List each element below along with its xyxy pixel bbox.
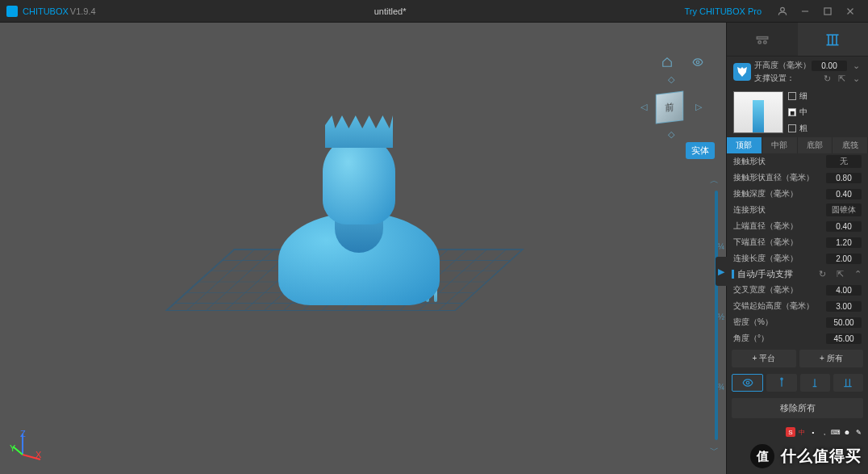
param-input[interactable]: 0.40 (826, 189, 862, 199)
try-pro-link[interactable]: Try CHITUBOX Pro (684, 6, 762, 16)
3d-viewport[interactable]: ◇ ◁ ▷ ◇ 前 实体 ︿ ¼ ½ ¾ ﹀ Z X Y (0, 23, 726, 474)
edit-support-tool-button[interactable] (833, 374, 863, 392)
param-input[interactable]: 3.00 (826, 301, 862, 312)
brand-text: 什么值得买 (781, 446, 862, 467)
support-settings-label: 支撑设置： (754, 73, 818, 84)
param-input[interactable]: 45.00 (826, 333, 862, 344)
param-row: 上端直径（毫米）0.40 (727, 218, 868, 234)
param-select[interactable]: 无 (826, 155, 862, 168)
auto-param-row: 交错起始高度（毫米）3.00 (727, 298, 868, 314)
svg-point-17 (781, 378, 782, 380)
panel-collapse-button[interactable]: ▶ (716, 257, 727, 286)
param-row: 接触深度（毫米）0.40 (727, 186, 868, 202)
visibility-toggle-button[interactable] (732, 374, 763, 392)
home-view-icon[interactable] (661, 57, 673, 69)
axis-x-label: X (35, 450, 41, 459)
z-lift-input[interactable]: 0.00 (812, 61, 847, 71)
profile-icon (733, 63, 751, 81)
param-label: 角度（°） (733, 333, 826, 344)
param-label: 交叉宽度（毫米） (733, 284, 826, 296)
tab-raft[interactable]: 底筏 (833, 137, 868, 153)
titlebar: CHITUBOX V1.9.4 untitled* Try CHITUBOX P… (0, 0, 868, 23)
preset-medium-radio[interactable]: ■中 (788, 107, 862, 118)
rotate-up-icon[interactable]: ◇ (668, 74, 674, 85)
param-input[interactable]: 4.00 (826, 285, 862, 296)
svg-point-0 (781, 7, 785, 11)
3d-model[interactable] (278, 99, 440, 305)
support-preview (733, 91, 783, 133)
svg-rect-9 (757, 36, 767, 39)
svg-point-15 (746, 381, 749, 384)
svg-point-10 (758, 40, 761, 43)
preset-thick-radio[interactable]: 粗 (788, 123, 862, 134)
refresh-icon[interactable]: ↻ (816, 269, 828, 280)
chevron-down-icon[interactable]: ⌄ (850, 60, 862, 71)
close-button[interactable] (839, 0, 862, 23)
add-all-supports-button[interactable]: + 所有 (799, 350, 864, 367)
param-input[interactable]: 0.80 (826, 173, 862, 183)
chevron-down-icon[interactable]: ⌄ (850, 73, 862, 84)
chevron-down-icon[interactable]: ﹀ (710, 444, 719, 456)
clip-mark-2: ½ (718, 313, 724, 321)
svg-point-5 (696, 61, 699, 64)
add-platform-supports-button[interactable]: + 平台 (732, 350, 796, 367)
tab-top[interactable]: 顶部 (727, 137, 762, 153)
app-version: V1.9.4 (70, 6, 96, 16)
tab-supports[interactable] (798, 23, 869, 56)
maximize-button[interactable] (816, 0, 839, 23)
param-label: 下端直径（毫米） (733, 237, 826, 248)
export-icon[interactable]: ⇱ (834, 269, 845, 280)
svg-rect-2 (824, 7, 831, 14)
param-input[interactable]: 1.20 (826, 237, 862, 248)
param-row: 连接形状圆锥体 (727, 202, 868, 218)
param-row: 下端直径（毫米）1.20 (727, 234, 868, 250)
minimize-button[interactable] (794, 0, 816, 23)
watermark: 值 什么值得买 (750, 438, 868, 474)
param-input[interactable]: 50.00 (826, 317, 862, 328)
export-icon[interactable]: ⇱ (836, 73, 847, 84)
axis-y-label: Y (10, 443, 15, 453)
param-input[interactable]: 2.00 (826, 254, 862, 264)
auto-param-row: 密度（%）50.00 (727, 314, 868, 330)
account-icon[interactable] (771, 0, 794, 23)
svg-point-11 (763, 40, 766, 43)
param-label: 连接长度（毫米） (733, 253, 826, 264)
preset-thin-radio[interactable]: 细 (788, 90, 862, 102)
tab-middle[interactable]: 中部 (762, 137, 798, 153)
add-support-tool-button[interactable] (766, 374, 796, 392)
rotate-down-icon[interactable]: ◇ (668, 129, 674, 140)
auto-param-row: 角度（°）45.00 (727, 330, 868, 346)
rotate-left-icon[interactable]: ◁ (641, 102, 647, 112)
remove-support-tool-button[interactable] (800, 374, 830, 392)
axis-z-label: Z (20, 429, 26, 438)
rotate-right-icon[interactable]: ▷ (695, 102, 702, 112)
ime-indicator: S 中 •,⌨☻✎ (786, 427, 863, 437)
auto-support-label: 自动/手动支撑 (737, 268, 810, 280)
document-title: untitled* (96, 6, 685, 16)
param-label: 接触形状 (733, 156, 826, 167)
view-cube[interactable]: 前 (656, 91, 683, 124)
clip-slider[interactable]: ︿ ¼ ½ ¾ ﹀ (705, 174, 726, 456)
param-label: 密度（%） (733, 317, 826, 328)
chevron-up-icon[interactable]: ⌃ (852, 269, 863, 280)
tab-settings[interactable] (727, 23, 798, 56)
brand-badge-icon: 值 (750, 444, 774, 468)
support-settings-panel: ▶ 开高度（毫米） 0.00 ⌄ (726, 23, 868, 474)
auto-param-row: 交叉宽度（毫米）4.00 (727, 282, 868, 298)
clip-mark-3: ¾ (718, 383, 724, 392)
param-row: 连接长度（毫米）2.00 (727, 250, 868, 266)
display-mode-badge[interactable]: 实体 (686, 142, 715, 159)
view-cube-area: ◇ ◁ ▷ ◇ 前 (624, 63, 713, 152)
param-select[interactable]: 圆锥体 (826, 203, 862, 216)
tab-bottom[interactable]: 底部 (798, 137, 833, 153)
support-section-tabs: 顶部 中部 底部 底筏 (727, 137, 868, 153)
ime-icon: S (786, 427, 795, 437)
perspective-icon[interactable] (692, 57, 703, 69)
chevron-up-icon[interactable]: ︿ (710, 174, 719, 187)
param-input[interactable]: 0.40 (826, 221, 862, 232)
param-label: 连接形状 (733, 204, 826, 216)
remove-all-supports-button[interactable]: 移除所有 (732, 398, 863, 418)
param-label: 交错起始高度（毫米） (733, 300, 826, 312)
param-label: 接触深度（毫米） (733, 188, 826, 199)
refresh-icon[interactable]: ↻ (821, 73, 833, 84)
